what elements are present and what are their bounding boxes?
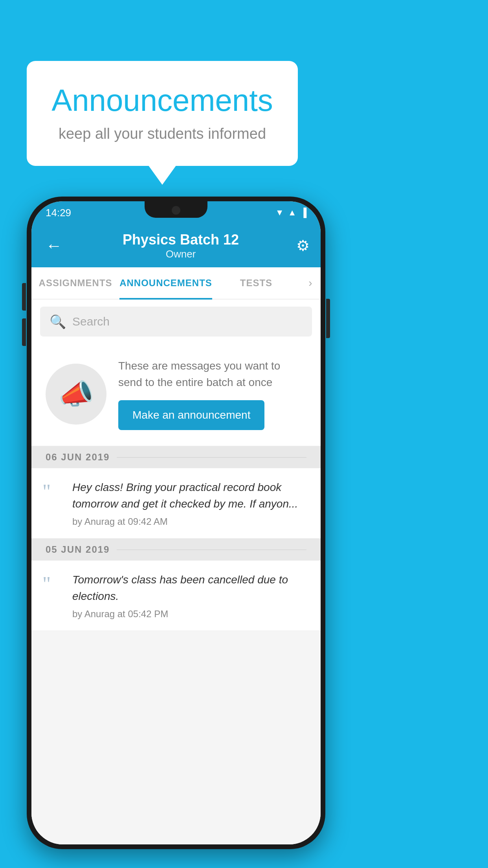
announcement-text-2: Tomorrow's class has been cancelled due …: [72, 572, 310, 605]
date-sep-line-2: [117, 550, 306, 550]
megaphone-icon: 📣: [59, 377, 94, 411]
tabs-more-icon[interactable]: ›: [300, 267, 321, 299]
promo-description: These are messages you want to send to t…: [118, 358, 306, 391]
tab-announcements[interactable]: ANNOUNCEMENTS: [119, 267, 212, 299]
date-separator-2: 05 JUN 2019: [31, 539, 321, 561]
app-bar-title-container: Physics Batch 12 Owner: [65, 232, 296, 260]
phone-notch: [145, 201, 207, 218]
search-icon: 🔍: [50, 314, 66, 329]
speech-bubble-container: Announcements keep all your students inf…: [27, 61, 298, 166]
signal-icon: ▲: [288, 208, 297, 218]
date-label-1: 06 JUN 2019: [46, 452, 110, 463]
quote-icon-2: ": [42, 574, 63, 594]
quote-icon-1: ": [42, 482, 63, 502]
back-button[interactable]: ←: [42, 233, 65, 258]
app-bar-subtitle: Owner: [65, 248, 296, 260]
phone-screen: 14:29 ▼ ▲ ▐ ← Physics Batch 12 Owner ⚙: [31, 201, 321, 844]
battery-icon: ▐: [300, 208, 306, 218]
tabs-bar: ASSIGNMENTS ANNOUNCEMENTS TESTS ›: [31, 267, 321, 300]
power-button: [326, 299, 330, 338]
volume-down-button: [22, 318, 26, 346]
app-bar: ← Physics Batch 12 Owner ⚙: [31, 224, 321, 267]
speech-bubble-subtitle: keep all your students informed: [50, 125, 274, 142]
search-container: 🔍 Search: [31, 300, 321, 344]
date-label-2: 05 JUN 2019: [46, 544, 110, 555]
announcement-text-1: Hey class! Bring your practical record b…: [72, 479, 310, 512]
search-bar[interactable]: 🔍 Search: [40, 307, 312, 337]
tab-tests[interactable]: TESTS: [212, 267, 300, 299]
app-bar-title: Physics Batch 12: [65, 232, 296, 248]
status-time: 14:29: [46, 207, 71, 219]
settings-icon[interactable]: ⚙: [296, 237, 310, 254]
phone-outer-shell: 14:29 ▼ ▲ ▐ ← Physics Batch 12 Owner ⚙: [27, 197, 325, 849]
tab-assignments[interactable]: ASSIGNMENTS: [31, 267, 119, 299]
phone-device: 14:29 ▼ ▲ ▐ ← Physics Batch 12 Owner ⚙: [27, 197, 325, 849]
date-separator-1: 06 JUN 2019: [31, 446, 321, 468]
announcement-author-2: by Anurag at 05:42 PM: [72, 609, 310, 620]
date-sep-line-1: [117, 457, 306, 458]
promo-icon-circle: 📣: [46, 364, 106, 425]
speech-bubble: Announcements keep all your students inf…: [27, 61, 298, 166]
promo-content: These are messages you want to send to t…: [118, 358, 306, 430]
volume-up-button: [22, 283, 26, 311]
screen-content: 🔍 Search 📣 These are messages you want t…: [31, 300, 321, 844]
announcement-content-2: Tomorrow's class has been cancelled due …: [72, 572, 310, 620]
wifi-icon: ▼: [275, 208, 284, 218]
search-input[interactable]: Search: [72, 315, 110, 328]
announcement-author-1: by Anurag at 09:42 AM: [72, 516, 310, 527]
make-announcement-button[interactable]: Make an announcement: [118, 400, 264, 430]
announcement-item-1: " Hey class! Bring your practical record…: [31, 468, 321, 539]
front-camera: [172, 206, 180, 215]
speech-bubble-title: Announcements: [50, 83, 274, 118]
promo-card: 📣 These are messages you want to send to…: [31, 344, 321, 446]
announcement-content-1: Hey class! Bring your practical record b…: [72, 479, 310, 527]
announcement-item-2: " Tomorrow's class has been cancelled du…: [31, 561, 321, 631]
status-icons: ▼ ▲ ▐: [275, 208, 306, 218]
